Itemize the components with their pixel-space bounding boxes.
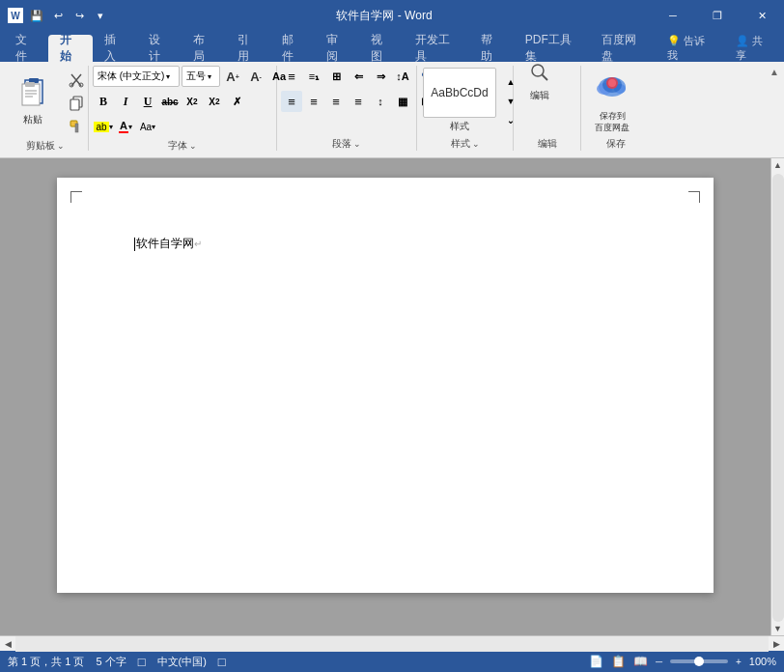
shading-button[interactable]: ▦ xyxy=(392,91,413,112)
superscript-button[interactable]: X2 xyxy=(204,91,225,112)
document-area[interactable]: 软件自学网↵ xyxy=(0,158,770,630)
tab-layout[interactable]: 布局 xyxy=(182,35,226,62)
paste-label: 粘贴 xyxy=(23,114,42,126)
text-highlight-button[interactable]: ab ▾ xyxy=(93,116,114,137)
justify-button[interactable]: ≡ xyxy=(348,91,369,112)
page-info[interactable]: 第 1 页，共 1 页 xyxy=(8,655,84,669)
tab-mailings[interactable]: 邮件 xyxy=(270,35,315,62)
underline-button[interactable]: U xyxy=(137,91,158,112)
highlight-arrow[interactable]: ▾ xyxy=(109,123,113,131)
view-web-button[interactable]: 📋 xyxy=(611,655,626,668)
numbering-button[interactable]: ≡₁ xyxy=(303,66,324,87)
document-content[interactable]: 软件自学网↵ xyxy=(134,236,636,252)
scroll-thumb[interactable] xyxy=(772,174,784,622)
h-scroll-track[interactable] xyxy=(15,636,769,652)
share-button[interactable]: 👤 共享 xyxy=(724,37,780,60)
tab-references[interactable]: 引用 xyxy=(226,35,270,62)
word-count[interactable]: 5 个字 xyxy=(96,655,126,669)
align-right-button[interactable]: ≡ xyxy=(325,91,347,112)
para-row2: ≡ ≡ ≡ ≡ ↕ ▦ ⊡ xyxy=(281,91,435,112)
ribbon-collapse-button[interactable]: ▲ xyxy=(767,64,782,79)
font-dialog-launcher[interactable]: ⌄ xyxy=(189,141,197,151)
tab-review[interactable]: 审阅 xyxy=(315,35,359,62)
font-name-selector[interactable]: 宋体 (中文正文) ▾ xyxy=(93,66,180,87)
scroll-right-button[interactable]: ▶ xyxy=(769,636,784,652)
decrease-indent-button[interactable]: ⇐ xyxy=(348,66,369,87)
tab-pdf[interactable]: PDF工具集 xyxy=(514,35,590,62)
cut-button[interactable] xyxy=(62,70,91,91)
paste-button[interactable]: 粘贴 xyxy=(6,66,60,135)
clipboard-content: 粘贴 xyxy=(6,66,91,137)
styles-dialog-launcher[interactable]: ⌄ xyxy=(472,139,480,149)
copy-button[interactable] xyxy=(62,93,91,114)
qat-redo-button[interactable]: ↪ xyxy=(70,6,89,25)
language[interactable]: 中文(中国) xyxy=(157,655,207,669)
line-spacing-button[interactable]: ↕ xyxy=(370,91,391,112)
track-changes-button[interactable]: □ xyxy=(218,655,226,669)
qat-save-button[interactable]: 💾 xyxy=(27,6,46,25)
clear-format-button[interactable]: ✗ xyxy=(226,91,247,112)
vertical-scrollbar[interactable]: ▲ ▼ xyxy=(770,158,784,635)
bullets-button[interactable]: ≡ xyxy=(281,66,302,87)
zoom-out-button[interactable]: ─ xyxy=(656,657,662,667)
font-color-button[interactable]: A ▾ xyxy=(115,116,136,137)
scroll-down-button[interactable]: ▼ xyxy=(771,622,785,635)
close-button[interactable]: ✕ xyxy=(740,0,784,31)
sort-button[interactable]: ↕A xyxy=(392,66,413,87)
align-left-button[interactable]: ≡ xyxy=(281,91,302,112)
font-size-selector[interactable]: 五号 ▾ xyxy=(182,66,220,87)
tab-insert[interactable]: 插入 xyxy=(93,35,137,62)
tab-design[interactable]: 设计 xyxy=(137,35,182,62)
tab-developer[interactable]: 开发工具 xyxy=(404,35,469,62)
shading-color-arrow[interactable]: ▾ xyxy=(152,123,155,131)
styles-label-group: 样式 ⌄ xyxy=(421,137,509,151)
font-color-arrow[interactable]: ▾ xyxy=(128,123,132,131)
paragraph-dialog-launcher[interactable]: ⌄ xyxy=(353,139,361,149)
font-group: 宋体 (中文正文) ▾ 五号 ▾ A+ A- Aa B I U abc X2 X… xyxy=(89,66,277,151)
paragraph-label: 段落 ⌄ xyxy=(281,137,412,151)
format-painter-button[interactable] xyxy=(62,116,91,137)
scroll-left-button[interactable]: ◀ xyxy=(0,636,15,652)
qat-dropdown-button[interactable]: ▾ xyxy=(91,6,110,25)
tab-file[interactable]: 文件 xyxy=(4,35,48,62)
find-replace-button[interactable]: 编辑 xyxy=(518,66,562,98)
proofing-button[interactable]: □ xyxy=(138,655,146,669)
font-label: 字体 ⌄ xyxy=(93,139,272,153)
scroll-up-button[interactable]: ▲ xyxy=(771,158,785,172)
save-label: 保存 xyxy=(585,137,647,151)
zoom-level[interactable]: 100% xyxy=(749,656,776,667)
shrink-font-button[interactable]: A- xyxy=(245,66,266,87)
italic-button[interactable]: I xyxy=(115,91,136,112)
multilevel-button[interactable]: ⊞ xyxy=(325,66,347,87)
window-controls: ─ ❐ ✕ xyxy=(651,0,784,31)
zoom-in-button[interactable]: + xyxy=(736,657,742,667)
styles-button[interactable]: AaBbCcDd 样式 xyxy=(421,66,498,135)
qat-undo-button[interactable]: ↩ xyxy=(48,6,68,25)
strikethrough-button[interactable]: abc xyxy=(159,91,181,112)
view-outline-button[interactable]: 📖 xyxy=(633,655,648,668)
align-center-button[interactable]: ≡ xyxy=(303,91,324,112)
restore-button[interactable]: ❐ xyxy=(695,0,740,31)
grow-font-button[interactable]: A+ xyxy=(222,66,243,87)
tab-home[interactable]: 开始 xyxy=(48,35,93,62)
svg-rect-10 xyxy=(70,99,79,110)
shading-color-button[interactable]: Aa ▾ xyxy=(137,116,158,137)
zoom-slider[interactable] xyxy=(670,659,728,663)
tab-view[interactable]: 视图 xyxy=(359,35,404,62)
paste-icon xyxy=(17,76,48,112)
titlebar: W 💾 ↩ ↪ ▾ 软件自学网 - Word ─ ❐ ✕ xyxy=(0,0,784,31)
subscript-button[interactable]: X2 xyxy=(182,91,203,112)
increase-indent-button[interactable]: ⇒ xyxy=(370,66,391,87)
bold-button[interactable]: B xyxy=(93,91,114,112)
clipboard-dialog-launcher[interactable]: ⌄ xyxy=(57,141,65,151)
style-normal-preview: AaBbCcDd xyxy=(431,86,488,99)
minimize-button[interactable]: ─ xyxy=(651,0,695,31)
document-page[interactable]: 软件自学网↵ xyxy=(57,178,714,593)
tab-baidu[interactable]: 百度网盘 xyxy=(590,35,656,62)
tell-me-button[interactable]: 💡 告诉我 xyxy=(656,37,720,60)
svg-line-14 xyxy=(543,75,548,81)
save-to-baidu-button[interactable]: 保存到百度网盘 xyxy=(585,66,639,135)
view-print-button[interactable]: 📄 xyxy=(589,655,603,668)
tab-help[interactable]: 帮助 xyxy=(469,35,514,62)
window-title: 软件自学网 - Word xyxy=(118,8,651,24)
